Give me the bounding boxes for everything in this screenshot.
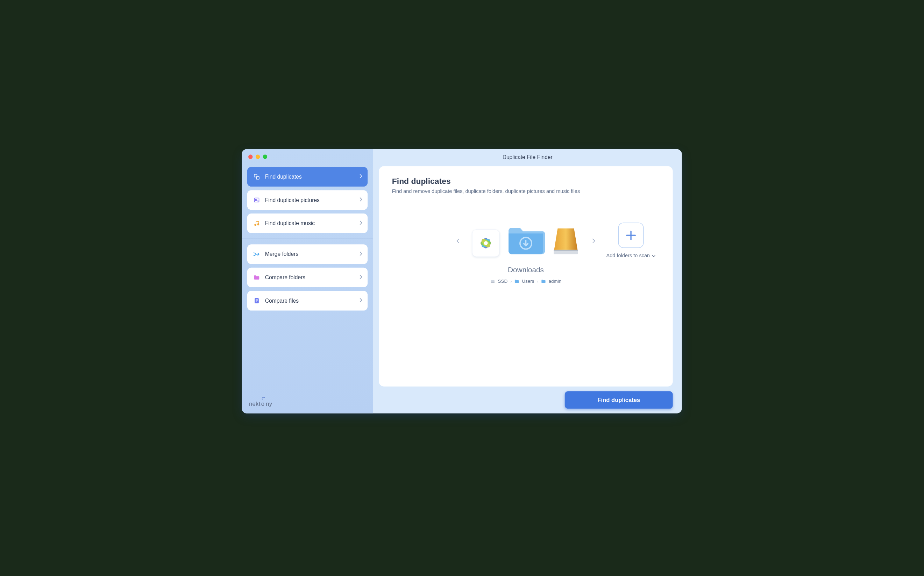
zoom-window-button[interactable] (263, 155, 267, 159)
carousel-next-button[interactable] (590, 237, 598, 245)
sidebar-item-find-duplicates[interactable]: Find duplicates (247, 167, 367, 187)
chevron-right-icon (359, 298, 363, 304)
brand-logo: nektony (249, 400, 272, 407)
sidebar-item-compare-files[interactable]: Compare files (247, 291, 367, 310)
scan-target-photos[interactable] (472, 230, 499, 257)
svg-rect-21 (553, 250, 578, 251)
chevron-down-icon (651, 253, 655, 259)
svg-point-4 (255, 224, 256, 226)
app-window: Find duplicates Find duplicate pictures (242, 149, 682, 413)
window-title-text: Duplicate File Finder (502, 154, 553, 160)
add-folders-pane: Add folders to scan (606, 222, 656, 259)
sidebar-item-label: Find duplicate pictures (265, 197, 320, 203)
carousel-prev-button[interactable] (454, 237, 462, 245)
footer-actions: Find duplicates (373, 387, 682, 413)
selected-target-block: Downloads SSD › Users › admin (392, 266, 659, 284)
svg-rect-8 (256, 301, 258, 301)
svg-rect-25 (491, 282, 494, 282)
svg-rect-9 (256, 302, 257, 302)
external-drive-icon (552, 227, 579, 256)
minimize-window-button[interactable] (256, 155, 260, 159)
sidebar-item-label: Compare files (265, 298, 299, 304)
page-subtitle: Find and remove duplicate files, duplica… (392, 189, 659, 194)
svg-point-18 (484, 241, 488, 245)
sidebar-item-merge-folders[interactable]: Merge folders (247, 244, 367, 264)
chevron-right-icon (359, 174, 363, 180)
chevron-right-icon (359, 197, 363, 203)
scan-target-downloads[interactable] (507, 225, 545, 256)
window-title: Duplicate File Finder (373, 149, 682, 165)
breadcrumb-segment[interactable]: SSD (498, 278, 508, 284)
sidebar-item-find-duplicate-pictures[interactable]: Find duplicate pictures (247, 190, 367, 210)
breadcrumb: SSD › Users › admin (392, 278, 659, 284)
sidebar-item-compare-folders[interactable]: Compare folders (247, 268, 367, 287)
sidebar-item-label: Compare folders (265, 274, 305, 281)
svg-rect-2 (254, 198, 259, 202)
close-window-button[interactable] (248, 155, 252, 159)
svg-rect-7 (256, 299, 258, 300)
sidebar-item-label: Merge folders (265, 251, 298, 257)
scan-target-external-drive[interactable] (552, 227, 579, 256)
sidebar-item-label: Find duplicate music (265, 220, 315, 227)
folder-chip-icon (514, 278, 519, 284)
chevron-right-icon (359, 251, 363, 257)
find-duplicates-button[interactable]: Find duplicates (565, 391, 673, 409)
breadcrumb-segment[interactable]: admin (549, 278, 561, 284)
sidebar-nav: Find duplicates Find duplicate pictures (247, 167, 367, 311)
chevron-right-icon (359, 220, 363, 227)
image-icon (253, 197, 261, 204)
svg-point-5 (257, 224, 259, 225)
add-folder-button[interactable] (618, 222, 644, 248)
folder-chip-icon (541, 278, 546, 284)
scan-targets-list (472, 225, 579, 256)
merge-icon (253, 251, 261, 258)
page-title: Find duplicates (392, 176, 659, 186)
internal-drive-icon (490, 278, 496, 284)
add-folder-label: Add folders to scan (606, 253, 650, 259)
sidebar-divider (242, 239, 373, 239)
sidebar-item-find-duplicate-music[interactable]: Find duplicate music (247, 214, 367, 233)
main-area: Duplicate File Finder Find duplicates Fi… (373, 149, 682, 413)
selected-target-name: Downloads (392, 266, 659, 274)
layers-icon (253, 173, 261, 180)
content-card: Find duplicates Find and remove duplicat… (379, 166, 672, 387)
sidebar: Find duplicates Find duplicate pictures (242, 149, 373, 413)
photos-app-icon (472, 230, 499, 257)
window-controls (247, 155, 367, 159)
chevron-right-icon: › (537, 278, 539, 284)
folder-icon (253, 274, 261, 281)
breadcrumb-segment[interactable]: Users (522, 278, 534, 284)
chevron-right-icon (359, 274, 363, 281)
music-icon (253, 219, 261, 227)
scan-targets-row: Add folders to scan (392, 225, 659, 256)
downloads-folder-icon (507, 225, 545, 256)
document-icon (253, 297, 261, 304)
add-folder-dropdown[interactable]: Add folders to scan (606, 253, 656, 259)
chevron-right-icon: › (510, 278, 512, 284)
sidebar-item-label: Find duplicates (265, 174, 302, 180)
